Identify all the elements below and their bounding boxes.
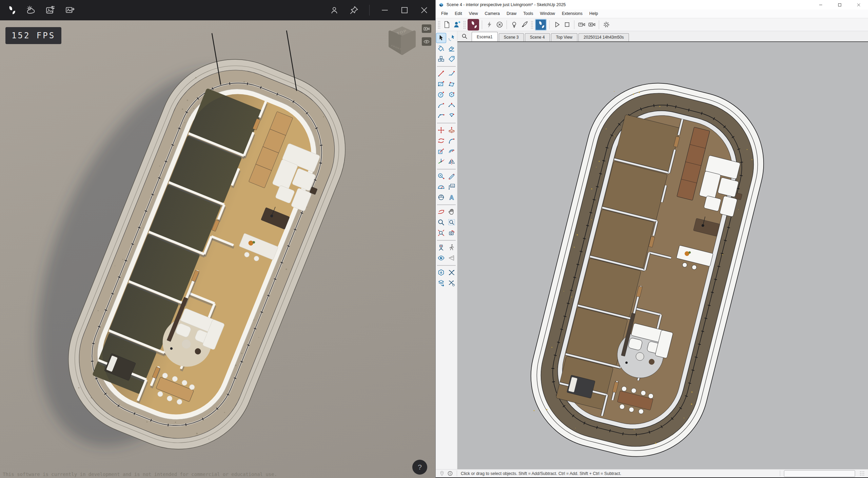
menu-file[interactable]: File <box>438 9 451 18</box>
close-button[interactable] <box>849 0 868 9</box>
disconnect-button[interactable] <box>494 20 505 30</box>
camera-remove-button[interactable] <box>422 24 431 33</box>
menu-view[interactable]: View <box>466 9 481 18</box>
freehand-tool[interactable] <box>447 68 457 79</box>
dimension-tool[interactable] <box>447 171 457 181</box>
scene-tab-escena1[interactable]: Escena1 <box>472 32 498 41</box>
rotated-rectangle-tool[interactable] <box>447 79 457 89</box>
lightning-button[interactable] <box>484 20 494 30</box>
pie-tool[interactable] <box>447 111 457 121</box>
flip-tool[interactable] <box>447 157 457 167</box>
camera-sync-button[interactable] <box>576 20 587 30</box>
view-angle-tool[interactable] <box>447 253 457 263</box>
previous-view-tool[interactable] <box>447 228 457 238</box>
minimize-button[interactable] <box>811 0 830 9</box>
toolbar-drag-handle[interactable] <box>463 20 466 29</box>
search-button[interactable] <box>457 33 472 40</box>
minimize-button[interactable] <box>379 4 391 16</box>
polygon-tool[interactable] <box>447 89 457 100</box>
play-button[interactable] <box>552 20 562 30</box>
scale-tool[interactable] <box>436 146 446 156</box>
arc-tool[interactable] <box>436 100 446 110</box>
resize-grip[interactable] <box>860 471 865 476</box>
position-camera-tool[interactable] <box>436 242 446 253</box>
select-tool[interactable] <box>436 33 446 43</box>
image-export-button[interactable] <box>64 4 76 16</box>
walk-tool[interactable] <box>447 242 457 253</box>
lightbulb-button[interactable] <box>509 20 519 30</box>
scene-tab-scene-4[interactable]: Scene 4 <box>525 33 550 41</box>
menu-help[interactable]: Help <box>586 9 601 18</box>
maximize-button[interactable] <box>830 0 849 9</box>
menu-extensions[interactable]: Extensions <box>558 9 586 18</box>
text-tool[interactable]: A1 <box>447 182 457 192</box>
offset-tool[interactable] <box>447 146 457 156</box>
three-point-arc-tool[interactable] <box>436 111 446 121</box>
palette-separator <box>437 121 456 123</box>
brush-button[interactable] <box>519 20 529 30</box>
leaf-blue-button[interactable] <box>535 19 547 31</box>
sketchup-3d-scene[interactable] <box>457 42 868 469</box>
scene-tab-20250114-14h43m50s[interactable]: 20250114 14h43m50s <box>578 33 629 41</box>
orbit-tool[interactable] <box>436 207 446 217</box>
ext-layers-export-tool[interactable] <box>436 278 446 288</box>
image-settings-button[interactable] <box>45 4 56 16</box>
view-cube[interactable]: TOP FRONT <box>386 23 418 61</box>
sketchup-window: Scene 4 - interior prespective just Livi… <box>435 0 868 478</box>
add-person-button[interactable] <box>452 20 462 30</box>
rotate-tool[interactable] <box>436 136 446 146</box>
status-hint-text: Click or drag to select objects. Shift =… <box>461 471 776 476</box>
look-around-tool[interactable] <box>436 253 446 263</box>
menu-camera[interactable]: Camera <box>481 9 503 18</box>
leaf-maroon-button[interactable] <box>468 19 479 31</box>
ext-download-tool[interactable] <box>436 267 446 278</box>
pan-tool[interactable] <box>447 207 457 217</box>
menu-tools[interactable]: Tools <box>520 9 536 18</box>
circle-tool-tool[interactable] <box>436 89 446 100</box>
move-tool[interactable] <box>436 125 446 135</box>
components-tool[interactable] <box>436 54 446 64</box>
menu-draw[interactable]: Draw <box>503 9 520 18</box>
toolbar-drag-handle[interactable] <box>530 20 533 29</box>
close-button[interactable] <box>418 4 430 16</box>
gear-button[interactable] <box>601 20 611 30</box>
two-point-arc-tool[interactable] <box>447 100 457 110</box>
rectangle-tool[interactable] <box>436 79 446 89</box>
camera-remove-button[interactable] <box>587 20 597 30</box>
follow-me-tool[interactable] <box>447 136 457 146</box>
angular-dimension-tool[interactable]: AB <box>436 192 446 202</box>
new-file-button[interactable] <box>441 20 452 30</box>
toolbar-separator <box>599 20 599 29</box>
help-button[interactable]: ? <box>412 460 427 475</box>
measurements-input[interactable] <box>784 470 855 477</box>
render-3d-scene[interactable] <box>0 20 435 478</box>
menu-edit[interactable]: Edit <box>451 9 466 18</box>
render-viewport[interactable]: 152 FPS TOP FRONT This software is curre… <box>0 20 435 478</box>
maximize-button[interactable] <box>399 4 410 16</box>
3d-text-tool[interactable]: A <box>447 192 457 202</box>
tag-tool[interactable] <box>447 54 457 64</box>
paint-bucket-tool[interactable] <box>436 43 446 54</box>
line-tool[interactable] <box>436 68 446 79</box>
account-button[interactable] <box>329 4 340 16</box>
menu-window[interactable]: Window <box>536 9 558 18</box>
zoom-extents-tool[interactable] <box>436 228 446 238</box>
scene-tab-top-view[interactable]: Top View <box>551 33 577 41</box>
stop-button[interactable] <box>562 20 572 30</box>
lasso-tool[interactable] <box>447 33 457 43</box>
weather-settings-button[interactable] <box>25 4 37 16</box>
stereo-view-button[interactable] <box>422 37 431 46</box>
zoom-tool[interactable] <box>436 217 446 227</box>
ext-swap-settings-tool[interactable] <box>447 278 457 288</box>
push-pull-tool[interactable] <box>447 125 457 135</box>
toolbar-drag-handle[interactable] <box>437 20 440 29</box>
ext-swap-tool[interactable] <box>447 267 457 278</box>
eraser-tool[interactable] <box>447 43 457 54</box>
pin-button[interactable] <box>348 4 360 16</box>
zoom-window-tool[interactable] <box>447 217 457 227</box>
protractor-tool[interactable] <box>436 182 446 192</box>
model-canvas[interactable] <box>457 42 868 469</box>
tape-measure-tool[interactable] <box>436 171 446 181</box>
axes-tool[interactable] <box>436 157 446 167</box>
scene-tab-scene-3[interactable]: Scene 3 <box>499 33 524 41</box>
